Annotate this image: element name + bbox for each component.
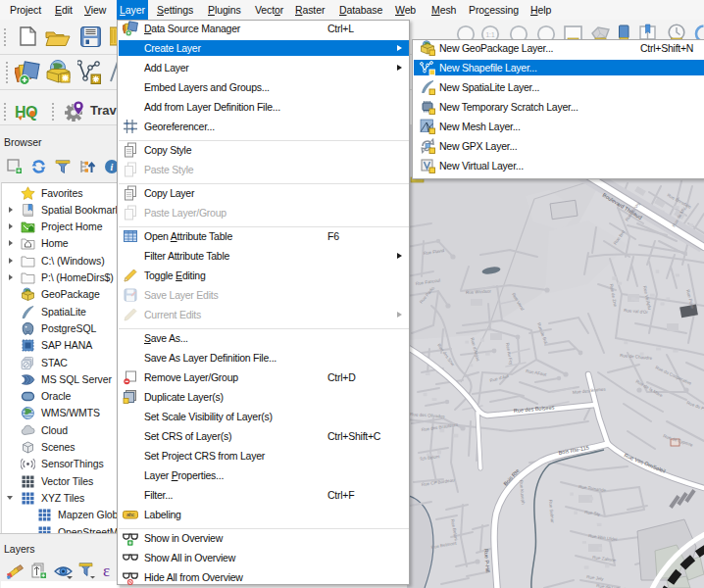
svg-text:abc: abc (126, 512, 135, 517)
svg-text:1:1: 1:1 (485, 31, 494, 38)
svg-text:i: i (111, 162, 114, 172)
svg-text:ε: ε (103, 562, 110, 580)
